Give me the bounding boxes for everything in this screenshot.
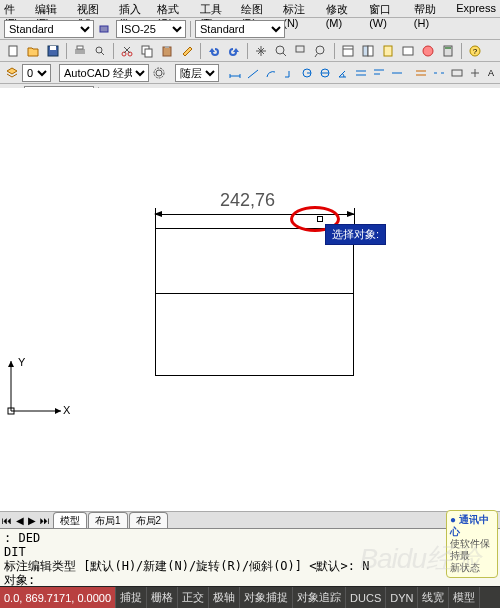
dim-quick-icon[interactable]: [353, 64, 369, 82]
dim-continue-icon[interactable]: [389, 64, 405, 82]
svg-rect-51: [452, 70, 462, 76]
undo-icon[interactable]: [205, 42, 223, 60]
open-icon[interactable]: [24, 42, 42, 60]
ucs-y-label: Y: [18, 356, 26, 368]
rectangle[interactable]: [155, 228, 354, 376]
status-otrack[interactable]: 对象追踪: [293, 587, 346, 609]
calc-icon[interactable]: [439, 42, 457, 60]
redo-icon[interactable]: [225, 42, 243, 60]
table-style-drop[interactable]: Standard: [195, 20, 285, 38]
dcenter-icon[interactable]: [359, 42, 377, 60]
cmd-line: : DED: [4, 531, 496, 545]
preview-icon[interactable]: [91, 42, 109, 60]
zoom-prev-icon[interactable]: [312, 42, 330, 60]
menu-draw[interactable]: 绘图(D): [241, 2, 275, 15]
toolbar-layers: 0 AutoCAD 经典 随层 A A ISO-25: [0, 62, 500, 84]
zoom-icon[interactable]: [272, 42, 290, 60]
layer-manager-icon[interactable]: [4, 64, 20, 82]
status-dyn[interactable]: DYN: [386, 587, 418, 609]
workspace-drop[interactable]: AutoCAD 经典: [59, 64, 149, 82]
status-model[interactable]: 模型: [449, 587, 480, 609]
dim-aligned-icon[interactable]: [245, 64, 261, 82]
svg-point-26: [423, 46, 433, 56]
zoom-window-icon[interactable]: [292, 42, 310, 60]
print-icon[interactable]: [71, 42, 89, 60]
dim-linear-icon[interactable]: [227, 64, 243, 82]
copy-icon[interactable]: [138, 42, 156, 60]
command-window[interactable]: : DED DIT 标注编辑类型 [默认(H)/新建(N)/旋转(R)/倾斜(O…: [0, 528, 500, 586]
centermark-icon[interactable]: [467, 64, 483, 82]
dimedit-icon[interactable]: A: [485, 64, 500, 82]
dim-angular-icon[interactable]: [335, 64, 351, 82]
properties-icon[interactable]: [339, 42, 357, 60]
comm-center-balloon[interactable]: ● 通讯中心 使软件保持最 新状态: [446, 510, 498, 578]
tab-prev-icon[interactable]: ◀: [14, 515, 26, 526]
svg-rect-1: [9, 46, 17, 56]
dim-break-icon[interactable]: [431, 64, 447, 82]
tab-first-icon[interactable]: ⏮: [0, 515, 14, 526]
cut-icon[interactable]: [118, 42, 136, 60]
balloon-title: ● 通讯中心: [450, 514, 494, 538]
menu-edit[interactable]: 编辑(E): [35, 2, 69, 15]
tab-model[interactable]: 模型: [53, 512, 87, 529]
dimension-text[interactable]: 242,76: [220, 190, 275, 211]
menu-view[interactable]: 视图(V): [77, 2, 111, 15]
tab-layout2[interactable]: 布局2: [129, 512, 169, 529]
status-lwt[interactable]: 线宽: [418, 587, 449, 609]
svg-rect-22: [363, 46, 368, 56]
menu-insert[interactable]: 插入(I): [119, 2, 149, 15]
gear-icon[interactable]: [151, 64, 167, 82]
balloon-text: 使软件保持最: [450, 538, 494, 562]
pan-icon[interactable]: [252, 42, 270, 60]
dim-arc-icon[interactable]: [263, 64, 279, 82]
paste-icon[interactable]: [158, 42, 176, 60]
pick-cursor: [317, 216, 323, 222]
tolerance-icon[interactable]: [449, 64, 465, 82]
dim-style-drop[interactable]: ISO-25: [116, 20, 186, 38]
ucs-x-label: X: [63, 404, 71, 416]
svg-rect-18: [296, 46, 304, 52]
dim-space-icon[interactable]: [413, 64, 429, 82]
drawing-canvas[interactable]: 242,76 选择对象: Y X: [0, 88, 500, 518]
tab-next-icon[interactable]: ▶: [26, 515, 38, 526]
new-icon[interactable]: [4, 42, 22, 60]
status-ducs[interactable]: DUCS: [346, 587, 386, 609]
status-grid[interactable]: 栅格: [147, 587, 178, 609]
menu-modify[interactable]: 修改(M): [326, 2, 362, 15]
paint-icon[interactable]: [96, 20, 114, 38]
menu-tools[interactable]: 工具(T): [200, 2, 233, 15]
menu-file[interactable]: 件(F): [4, 2, 27, 15]
menu-format[interactable]: 格式(O): [157, 2, 192, 15]
svg-rect-3: [50, 46, 56, 50]
status-ortho[interactable]: 正交: [178, 587, 209, 609]
layer-drop[interactable]: 0: [22, 64, 51, 82]
dim-baseline-icon[interactable]: [371, 64, 387, 82]
status-polar[interactable]: 极轴: [209, 587, 240, 609]
balloon-text: 新状态: [450, 562, 494, 574]
ucs-axis-icon: Y X: [6, 356, 66, 418]
markup-icon[interactable]: [419, 42, 437, 60]
status-coords[interactable]: 0.0, 869.7171, 0.0000: [0, 587, 116, 609]
help-icon[interactable]: ?: [466, 42, 484, 60]
dim-diameter-icon[interactable]: [317, 64, 333, 82]
toolpalette-icon[interactable]: [379, 42, 397, 60]
save-icon[interactable]: [44, 42, 62, 60]
svg-point-19: [316, 46, 324, 54]
matchprop-icon[interactable]: [178, 42, 196, 60]
mid-line[interactable]: [155, 293, 354, 294]
color-drop[interactable]: 随层: [175, 64, 219, 82]
dim-radius-icon[interactable]: [299, 64, 315, 82]
status-snap[interactable]: 捕捉: [116, 587, 147, 609]
sheet-icon[interactable]: [399, 42, 417, 60]
tab-last-icon[interactable]: ⏭: [38, 515, 52, 526]
menu-window[interactable]: 窗口(W): [369, 2, 406, 15]
menu-dim[interactable]: 标注(N): [283, 2, 317, 15]
cmd-prompt[interactable]: 对象:: [4, 573, 496, 586]
menu-express[interactable]: Express: [456, 2, 496, 15]
menu-help[interactable]: 帮助(H): [414, 2, 448, 15]
text-style-drop[interactable]: Standard: [4, 20, 94, 38]
dim-ordinate-icon[interactable]: [281, 64, 297, 82]
status-osnap[interactable]: 对象捕捉: [240, 587, 293, 609]
tab-layout1[interactable]: 布局1: [88, 512, 128, 529]
svg-rect-13: [145, 49, 152, 57]
